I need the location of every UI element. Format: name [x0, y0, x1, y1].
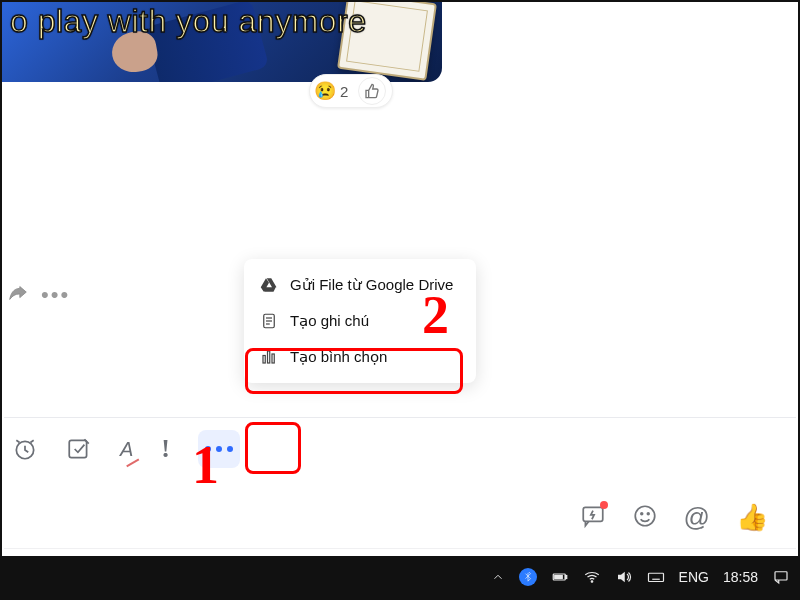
svg-rect-8	[69, 440, 86, 457]
priority-button[interactable]: !	[161, 434, 170, 464]
note-icon	[260, 312, 278, 330]
composer-right-actions: @ 👍	[580, 502, 768, 533]
menu-item-create-poll[interactable]: Tạo bình chọn	[244, 339, 476, 375]
reaction-cry[interactable]: 😢 2	[314, 82, 348, 100]
tray-notifications[interactable]	[772, 568, 790, 586]
cry-icon: 😢	[314, 82, 336, 100]
menu-item-create-note[interactable]: Tạo ghi chú	[244, 303, 476, 339]
menu-item-label: Gửi File từ Google Drive	[290, 276, 453, 294]
tray-keyboard[interactable]	[647, 568, 665, 586]
menu-item-label: Tạo bình chọn	[290, 348, 387, 366]
reaction-count: 2	[340, 83, 348, 100]
chevron-up-icon	[491, 570, 505, 584]
reminder-button[interactable]	[12, 436, 38, 462]
svg-rect-5	[268, 351, 270, 363]
svg-point-10	[635, 506, 655, 526]
poll-icon	[260, 348, 278, 366]
toolbar-separator	[4, 417, 796, 418]
svg-point-16	[591, 581, 593, 583]
menu-item-google-drive[interactable]: Gửi File từ Google Drive	[244, 267, 476, 303]
task-button[interactable]	[66, 436, 92, 462]
svg-rect-24	[775, 572, 787, 580]
windows-taskbar: ENG 18:58	[2, 556, 798, 598]
svg-rect-14	[565, 576, 567, 579]
message-hover-actions: •••	[7, 282, 70, 308]
tray-language[interactable]: ENG	[679, 569, 709, 585]
meme-caption: o play with you anymore	[10, 4, 434, 38]
svg-rect-6	[272, 354, 274, 363]
google-drive-icon	[260, 276, 278, 294]
tray-battery[interactable]	[551, 568, 569, 586]
alarm-clock-icon	[12, 436, 38, 462]
menu-item-label: Tạo ghi chú	[290, 312, 369, 330]
bluetooth-icon	[523, 572, 533, 582]
send-like-button[interactable]: 👍	[736, 502, 768, 533]
reaction-bar[interactable]: 😢 2	[309, 74, 393, 108]
quick-message-button[interactable]	[580, 503, 606, 533]
more-icon[interactable]: •••	[41, 282, 70, 308]
battery-icon	[551, 568, 569, 586]
more-actions-menu: Gửi File từ Google Drive Tạo ghi chú Tạo…	[244, 259, 476, 383]
bottom-separator	[4, 548, 796, 549]
ellipsis-icon	[205, 446, 233, 452]
thumbs-up-icon	[364, 83, 380, 99]
emoji-button[interactable]	[632, 503, 658, 533]
notification-icon	[772, 568, 790, 586]
keyboard-icon	[647, 568, 665, 586]
chat-image-message[interactable]: o play with you anymore	[2, 2, 442, 82]
tray-bluetooth[interactable]	[519, 568, 537, 586]
speaker-icon	[615, 568, 633, 586]
annotation-box-1	[245, 422, 301, 474]
format-text-button[interactable]: A	[120, 438, 133, 461]
svg-rect-15	[554, 576, 562, 579]
svg-rect-17	[648, 573, 663, 581]
svg-point-11	[640, 512, 642, 514]
tray-volume[interactable]	[615, 568, 633, 586]
composer-toolbar: A !	[12, 430, 240, 468]
format-text-icon: A	[120, 438, 133, 461]
task-check-icon	[66, 436, 92, 462]
svg-point-12	[647, 512, 649, 514]
tray-clock[interactable]: 18:58	[723, 569, 758, 585]
svg-rect-4	[263, 356, 265, 364]
smiley-icon	[632, 503, 658, 529]
tray-overflow-button[interactable]	[491, 570, 505, 584]
mention-button[interactable]: @	[684, 502, 710, 533]
more-options-button[interactable]	[198, 430, 240, 468]
share-icon[interactable]	[7, 282, 29, 308]
reaction-like[interactable]	[358, 77, 386, 105]
lightning-chat-icon	[580, 503, 606, 529]
wifi-icon	[583, 568, 601, 586]
tray-wifi[interactable]	[583, 568, 601, 586]
